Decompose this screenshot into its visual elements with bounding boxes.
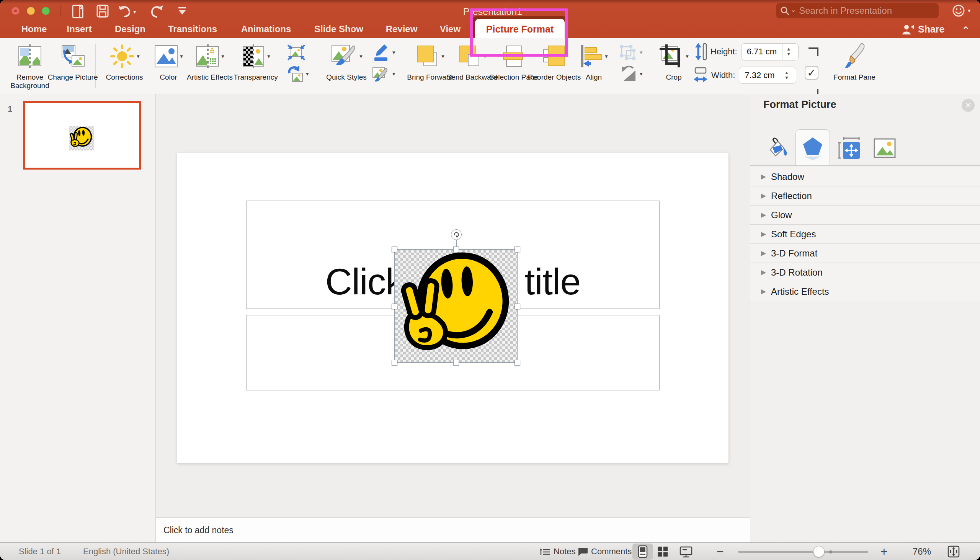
picture-effects-dropdown-icon[interactable]: ▾ [392, 70, 395, 77]
picture-tab-icon [873, 138, 896, 158]
check-icon: ✓ [807, 67, 816, 79]
crop-dropdown-icon[interactable]: ▾ [686, 53, 689, 60]
search-icon [780, 6, 790, 16]
zoom-slider-track[interactable] [738, 551, 868, 553]
section-3d-rotation[interactable]: ▶3-D Rotation [750, 263, 980, 282]
zoom-out-button[interactable]: − [717, 543, 724, 560]
selected-picture[interactable] [394, 249, 518, 363]
search-input[interactable] [798, 5, 925, 17]
share-button[interactable]: Share [902, 24, 944, 35]
notes-toggle-button[interactable]: Notes [539, 543, 575, 560]
transparency-dropdown-icon[interactable]: ▾ [267, 53, 270, 60]
compress-reset-stack: ▾ [284, 43, 309, 83]
quick-styles-button[interactable]: ▾ Quick Styles [318, 40, 375, 82]
tab-design[interactable]: Design [115, 24, 145, 35]
tab-transitions[interactable]: Transitions [168, 24, 217, 35]
panel-tab-size-properties[interactable] [832, 131, 865, 165]
tab-slide-show[interactable]: Slide Show [314, 24, 363, 35]
tab-home[interactable]: Home [22, 24, 47, 35]
transparency-button[interactable]: ▾ Transparency [227, 40, 285, 82]
section-3d-format[interactable]: ▶3-D Format [750, 244, 980, 263]
feedback-smiley-icon[interactable]: ▾ [952, 4, 971, 18]
height-input[interactable] [742, 46, 782, 57]
undo-icon[interactable] [117, 5, 132, 19]
lock-aspect-ratio-checkbox[interactable]: ✓ [805, 66, 818, 80]
panel-tab-picture[interactable] [868, 131, 901, 165]
search-box[interactable]: ⌄ [776, 3, 939, 18]
width-input[interactable] [739, 70, 780, 81]
tab-animations[interactable]: Animations [241, 24, 291, 35]
customize-toolbar-icon[interactable] [177, 5, 188, 18]
minimize-traffic-light[interactable] [27, 7, 35, 15]
slide-editor-area[interactable]: Click to add title [156, 94, 750, 518]
panel-tab-fill-line[interactable] [761, 131, 794, 165]
height-stepper[interactable]: ▲▼ [782, 43, 795, 60]
fit-slide-to-window-button[interactable] [947, 543, 960, 560]
picture-border-dropdown-icon[interactable]: ▾ [392, 49, 395, 56]
zoom-slider-knob[interactable] [813, 546, 825, 557]
resize-handle-s[interactable] [453, 360, 459, 365]
resize-handle-e[interactable] [515, 303, 520, 309]
picture-border-button[interactable]: ▾ [370, 43, 395, 61]
comments-toggle-button[interactable]: Comments [577, 543, 632, 560]
panel-tab-effects[interactable] [796, 131, 829, 165]
search-scope-chevron-icon[interactable]: ⌄ [790, 6, 796, 14]
section-soft-edges[interactable]: ▶Soft Edges [750, 225, 980, 244]
section-shadow[interactable]: ▶Shadow [750, 167, 980, 187]
rotation-handle[interactable] [451, 229, 462, 240]
zoom-level-label[interactable]: 76% [913, 543, 931, 560]
resize-handle-se[interactable] [515, 360, 520, 365]
picture-effects-button[interactable]: ▾ [370, 65, 395, 83]
tab-view[interactable]: View [440, 24, 460, 35]
align-dropdown-icon[interactable]: ▾ [605, 53, 608, 60]
picture-border-icon [370, 43, 390, 61]
tab-insert[interactable]: Insert [67, 24, 92, 35]
section-glow[interactable]: ▶Glow [750, 205, 980, 225]
collapse-ribbon-icon[interactable]: ⌃ [962, 25, 970, 37]
redo-icon[interactable] [150, 5, 165, 20]
width-field[interactable]: ▲▼ [739, 67, 796, 84]
normal-view-button[interactable] [632, 543, 653, 560]
slideshow-view-button[interactable] [679, 543, 693, 560]
align-button[interactable]: ▾ Align [565, 40, 622, 82]
group-rotate-stack: ▾ ▾ [618, 43, 643, 83]
corrections-dropdown-icon[interactable]: ▾ [137, 53, 140, 60]
corrections-icon [109, 43, 135, 69]
reset-picture-dropdown-icon[interactable]: ▾ [306, 70, 309, 77]
undo-dropdown-icon[interactable]: ▾ [133, 8, 136, 15]
new-document-icon[interactable] [72, 5, 85, 20]
format-pane-button[interactable]: Format Pane [826, 40, 883, 82]
tab-review[interactable]: Review [386, 24, 418, 35]
close-traffic-light[interactable] [12, 7, 20, 15]
maximize-traffic-light[interactable] [42, 7, 50, 15]
change-picture-button[interactable]: Change Picture [44, 40, 102, 82]
width-label: Width: [711, 70, 735, 80]
zoom-in-button[interactable]: + [880, 543, 888, 560]
section-reflection[interactable]: ▶Reflection [750, 187, 980, 205]
artistic-effects-dropdown-icon[interactable]: ▾ [221, 53, 224, 60]
notes-pane[interactable]: Click to add notes [156, 518, 750, 542]
resize-handle-w[interactable] [392, 303, 397, 309]
transparency-icon [241, 44, 266, 68]
compress-picture-button[interactable] [286, 43, 306, 61]
rotate-button[interactable]: ▾ [618, 65, 643, 83]
resize-handle-ne[interactable] [515, 247, 520, 252]
resize-handle-nw[interactable] [392, 247, 397, 252]
resize-handle-n[interactable] [453, 247, 459, 252]
resize-handle-sw[interactable] [392, 360, 397, 365]
slide-canvas[interactable]: Click to add title [177, 153, 728, 463]
close-panel-button[interactable]: ✕ [962, 99, 975, 112]
slide-thumbnail[interactable] [23, 101, 141, 170]
slide-sorter-view-button[interactable] [657, 543, 668, 560]
reset-picture-button[interactable]: ▾ [284, 65, 309, 83]
rotate-dropdown-icon[interactable]: ▾ [640, 70, 643, 77]
group-button[interactable]: ▾ [618, 43, 643, 61]
section-artistic-effects[interactable]: ▶Artistic Effects [750, 282, 980, 301]
quick-styles-dropdown-icon[interactable]: ▾ [360, 53, 363, 60]
height-field[interactable]: ▲▼ [741, 43, 798, 60]
disclosure-icon: ▶ [761, 211, 771, 219]
align-icon [580, 44, 603, 68]
width-stepper[interactable]: ▲▼ [780, 67, 793, 83]
save-icon[interactable] [97, 5, 109, 19]
language-button[interactable]: English (United States) [83, 543, 169, 560]
